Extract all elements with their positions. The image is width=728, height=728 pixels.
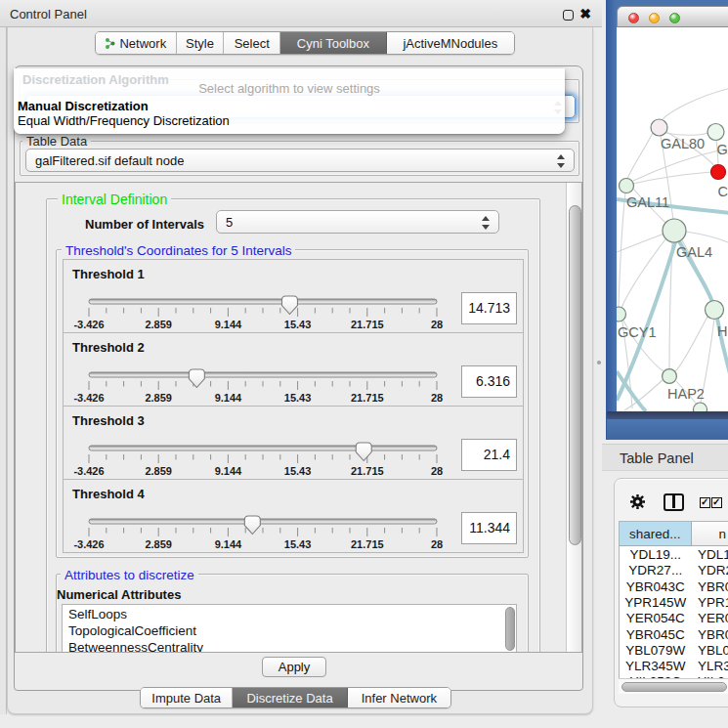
cell-shared-name: YLR345W [620,659,692,673]
threshold-value-field[interactable]: 14.713 [461,292,517,324]
cell-name: YBR0 [698,579,728,594]
numerical-attributes-list[interactable]: SelfLoopsTopologicalCoefficientBetweenne… [62,604,517,653]
attribute-item-betweennesscentrality[interactable]: BetweennessCentrality [68,640,203,653]
table-row[interactable]: YPR145WYPR1 [620,595,728,611]
zoom-traffic-light[interactable] [669,13,680,23]
cell-shared-name: YDL19... [620,547,692,562]
menu-item-equal-width-frequency-discretization[interactable]: Equal Width/Frequency Discretization [18,113,230,128]
split-table-icon[interactable] [664,493,684,511]
close-icon[interactable]: ✖ [578,7,592,21]
number-of-intervals-select[interactable]: 5 [216,210,499,234]
number-of-intervals-label: Number of Intervals [85,217,204,232]
threshold-panel-1: Threshold 1-3.4262.8599.14415.4321.71528… [63,259,524,333]
network-window-bottom-border [607,419,728,440]
cell-shared-name: YBR043C [620,579,692,594]
table-header-shared-name[interactable]: shared... [620,522,692,546]
threshold-label: Threshold 3 [72,413,145,428]
svg-text:2.859: 2.859 [145,465,172,477]
cell-name: YDR2 [698,563,728,578]
threshold-slider[interactable]: -3.4262.8599.14415.4321.71528 [64,436,523,481]
network-view-canvas[interactable]: GAL80GACGAL11GAL4GCY1HHAP2 [617,27,728,411]
tab-jactivemnodules[interactable]: jActiveMNodules [387,32,514,54]
settings-scrollpane: Interval Definition Number of Intervals … [15,182,582,653]
list-scrollbar-thumb[interactable] [505,607,515,651]
table-hscrollbar-thumb[interactable] [621,682,727,692]
network-node [711,165,726,180]
combo-arrows-icon [482,215,491,231]
tab-discretize-data[interactable]: Discretize Data [233,688,347,707]
settings-scrollbar[interactable] [566,183,582,653]
tab-network[interactable]: Network [96,32,177,54]
network-window-titlebar[interactable] [617,6,728,27]
network-node [663,369,677,384]
threshold-slider[interactable]: -3.4262.8599.14415.4321.71528 [64,363,523,407]
apply-button[interactable]: Apply [262,657,326,677]
threshold-label: Threshold 2 [72,340,145,355]
table-row[interactable]: YDR27...YDR2 [620,563,728,578]
tab-style[interactable]: Style [177,32,225,54]
table-row[interactable]: YBL079WYBL0 [620,643,728,659]
cell-name: YLR3 [698,659,728,673]
cell-name: YBL0 [698,643,728,658]
node-label: H [717,323,727,339]
tab-cyni-toolbox[interactable]: Cyni Toolbox [280,32,387,54]
control-panel-title: Control Panel [10,7,87,21]
network-node [620,179,634,193]
table-header-name[interactable]: n [692,522,728,546]
cell-name: YDL1 [698,547,728,562]
close-traffic-light[interactable] [628,13,639,23]
numerical-attributes-label: Numerical Attributes [57,587,181,602]
table-hscrollbar[interactable] [619,678,728,694]
cell-name: YER0 [698,611,728,625]
discretization-algorithm-group-title: Discretization Algorithm [22,72,169,87]
cell-shared-name: YPR145W [620,595,692,610]
threshold-slider[interactable]: -3.4262.8599.14415.4321.71528 [64,509,523,554]
svg-text:-3.426: -3.426 [73,319,104,330]
number-of-intervals-value: 5 [226,215,233,230]
threshold-panel-4: Threshold 4-3.4262.8599.14415.4321.71528… [63,479,524,553]
slider-thumb [281,296,297,315]
checkbox-column-icon[interactable]: ✓ [700,497,710,508]
slider-thumb [244,516,260,535]
threshold-value-field[interactable]: 21.4 [461,439,517,471]
tab-impute-data[interactable]: Impute Data [141,688,233,707]
tab-select[interactable]: Select [224,32,280,54]
table-row[interactable]: YER054CYER0 [620,611,728,626]
attribute-item-selfloops[interactable]: SelfLoops [68,607,127,621]
tab-infer-network[interactable]: Infer Network [348,688,450,707]
table-row[interactable]: YDL19...YDL1 [620,547,728,563]
control-panel-titlebar: Control Panel ✖ [0,0,602,27]
checkbox-column-icon-2[interactable]: ✓ [711,497,722,508]
threshold-panel-2: Threshold 2-3.4262.8599.14415.4321.71528… [63,332,524,407]
network-node [706,301,724,320]
svg-text:28: 28 [431,319,443,330]
threshold-label: Threshold 1 [72,267,145,281]
table-row[interactable]: YLR345WYLR3 [620,659,728,674]
svg-text:21.715: 21.715 [351,319,384,330]
threshold-value-field[interactable]: 6.316 [461,365,517,398]
network-node [651,119,667,136]
attributes-group-title: Attributes to discretize [61,568,198,582]
float-window-icon[interactable] [563,10,574,21]
threshold-slider[interactable]: -3.4262.8599.14415.4321.71528 [64,289,523,334]
minimize-traffic-light[interactable] [649,13,660,23]
threshold-value-field[interactable]: 11.344 [461,512,517,544]
svg-text:15.43: 15.43 [284,392,312,404]
attribute-item-topologicalcoefficient[interactable]: TopologicalCoefficient [68,623,196,638]
table-panel-title: Table Panel [620,450,694,466]
gear-icon[interactable] [630,494,645,509]
table-row[interactable]: YBR045CYBR0 [620,627,728,643]
table-row[interactable]: YBR043CYBR0 [620,579,728,595]
menu-item-manual-discretization[interactable]: Manual Discretization [18,99,149,113]
settings-scrollbar-thumb[interactable] [569,205,581,545]
svg-text:2.859: 2.859 [145,392,172,404]
network-node [694,403,707,411]
tab-label: Infer Network [362,691,437,706]
svg-text:9.144: 9.144 [215,538,242,550]
node-label: GAL4 [676,244,712,260]
node-label: GA [717,142,728,157]
table-data-select[interactable]: galFiltered.sif default node [25,149,575,172]
network-node [663,219,686,242]
split-divider-handle[interactable] [597,361,601,364]
svg-text:28: 28 [431,465,443,477]
